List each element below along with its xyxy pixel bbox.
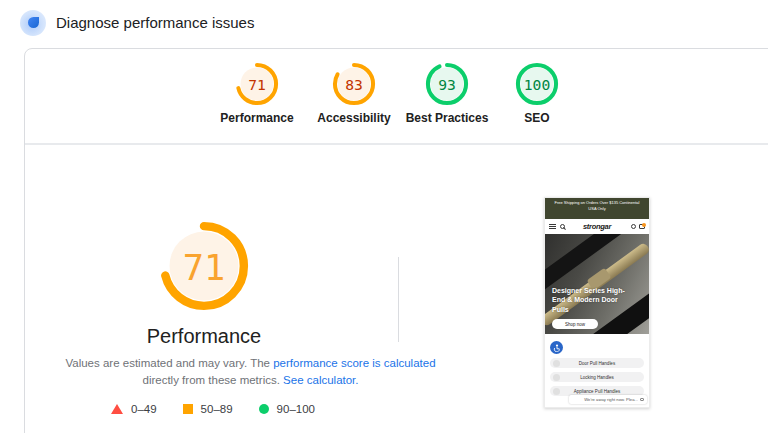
hero-title: Designer Series High-End & Modern Door P… — [552, 286, 628, 314]
chat-status-text: We're away right now. Plea... — [584, 397, 638, 402]
legend-range: 50–89 — [201, 403, 233, 415]
svg-text:100: 100 — [524, 76, 550, 93]
hero-product-image: Designer Series High-End & Modern Door P… — [545, 234, 649, 334]
cart-badge — [642, 223, 646, 227]
chat-widget-bar: We're away right now. Plea... — [569, 395, 647, 404]
report-page: Diagnose performance issues 71 Performan… — [0, 0, 768, 433]
gauge-label: Accessibility — [317, 111, 390, 125]
svg-text:93: 93 — [438, 76, 456, 93]
legend-item-average: 50–89 — [183, 403, 233, 415]
gauge-label: SEO — [524, 111, 549, 125]
category-thumbnail — [553, 360, 560, 367]
page-title: Diagnose performance issues — [56, 14, 254, 31]
svg-text:83: 83 — [345, 76, 363, 93]
score-legend: 0–49 50–89 90–100 — [48, 403, 378, 415]
legend-range: 90–100 — [277, 403, 315, 415]
average-square-icon — [183, 404, 193, 414]
category-label: Door Pull Handles — [579, 361, 615, 366]
category-row: Door Pull Handles — [550, 358, 644, 368]
legend-range: 0–49 — [131, 403, 157, 415]
accessibility-gauge: 83 — [332, 62, 376, 106]
category-thumbnail — [553, 374, 560, 381]
svg-text:71: 71 — [248, 76, 266, 93]
best-practices-gauge: 93 — [425, 62, 469, 106]
category-list: Door Pull Handles Locking Handles Applia… — [550, 358, 644, 400]
gauge-label: Performance — [220, 111, 293, 125]
category-label: Appliance Pull Handles — [574, 389, 620, 394]
see-calculator-link[interactable]: See calculator. — [283, 374, 358, 386]
performance-section-title: Performance — [104, 325, 304, 348]
description-text: Values are estimated and may vary. The — [65, 357, 273, 369]
chat-bubble-icon — [640, 398, 644, 401]
pass-circle-icon — [259, 404, 269, 414]
page-screenshot-thumbnail: Free Shipping on Orders Over $135 Contin… — [544, 197, 650, 408]
description-text: directly from these metrics. — [142, 374, 283, 386]
site-logo: strongar — [545, 222, 649, 231]
score-gauge-best-practices[interactable]: 93 Best Practices — [397, 62, 497, 125]
fail-triangle-icon — [111, 404, 123, 414]
category-thumbnail — [553, 388, 560, 395]
category-label: Locking Handles — [580, 375, 613, 380]
legend-item-pass: 90–100 — [259, 403, 315, 415]
score-gauge-accessibility[interactable]: 83 Accessibility — [304, 62, 404, 125]
gauge-label: Best Practices — [406, 111, 489, 125]
section-divider — [25, 143, 768, 145]
seo-gauge: 100 — [515, 62, 559, 106]
pagespeed-gauge-icon — [20, 10, 46, 36]
accessibility-widget-icon — [550, 341, 563, 354]
svg-text:71: 71 — [183, 247, 225, 288]
vertical-divider — [398, 257, 399, 342]
gauge-needle-icon — [28, 17, 39, 28]
performance-description: Values are estimated and may vary. The p… — [48, 355, 453, 389]
screenshot-site-header: strongar — [545, 219, 649, 234]
score-gauge-performance[interactable]: 71 Performance — [207, 62, 307, 125]
performance-gauge: 71 — [235, 62, 279, 106]
performance-gauge-large: 71 — [158, 220, 250, 312]
screenshot-promo-banner: Free Shipping on Orders Over $135 Contin… — [545, 198, 649, 219]
shop-now-button: Shop now — [552, 319, 598, 329]
performance-score-link[interactable]: performance score is calculated — [273, 357, 435, 369]
score-gauge-seo[interactable]: 100 SEO — [487, 62, 587, 125]
category-row: Locking Handles — [550, 372, 644, 382]
legend-item-fail: 0–49 — [111, 403, 157, 415]
cart-icon — [639, 224, 645, 229]
